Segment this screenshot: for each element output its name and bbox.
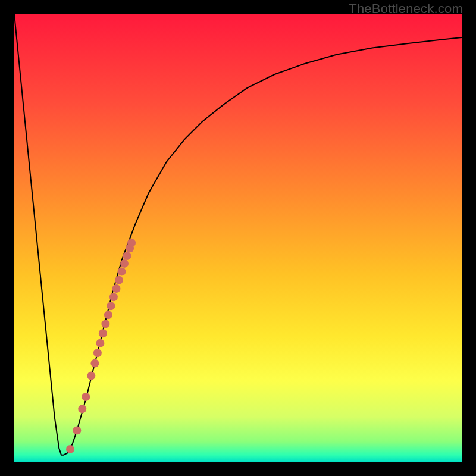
highlight-dot xyxy=(112,284,121,293)
highlight-dot xyxy=(99,329,107,337)
highlight-dot xyxy=(66,445,74,453)
highlight-dot xyxy=(96,339,104,347)
highlight-dot xyxy=(127,239,136,247)
highlight-dot xyxy=(109,293,118,301)
highlight-dot xyxy=(101,320,109,328)
plot-area xyxy=(14,14,462,462)
highlight-dot xyxy=(93,349,102,357)
chart-frame: TheBottleneck.com xyxy=(0,0,476,476)
highlight-dot xyxy=(87,372,95,380)
highlight-dot xyxy=(104,311,112,319)
highlight-dot xyxy=(90,359,99,368)
gradient-background xyxy=(14,14,462,462)
highlight-dot xyxy=(123,252,131,260)
highlight-dot xyxy=(120,259,129,268)
watermark-text: TheBottleneck.com xyxy=(349,1,463,17)
highlight-dot xyxy=(107,302,115,310)
highlight-dot xyxy=(73,426,81,434)
highlight-dot xyxy=(118,267,126,275)
highlight-dot xyxy=(78,405,86,413)
highlight-dot xyxy=(115,276,123,284)
highlight-dot xyxy=(82,393,90,401)
bottleneck-chart xyxy=(14,14,462,462)
